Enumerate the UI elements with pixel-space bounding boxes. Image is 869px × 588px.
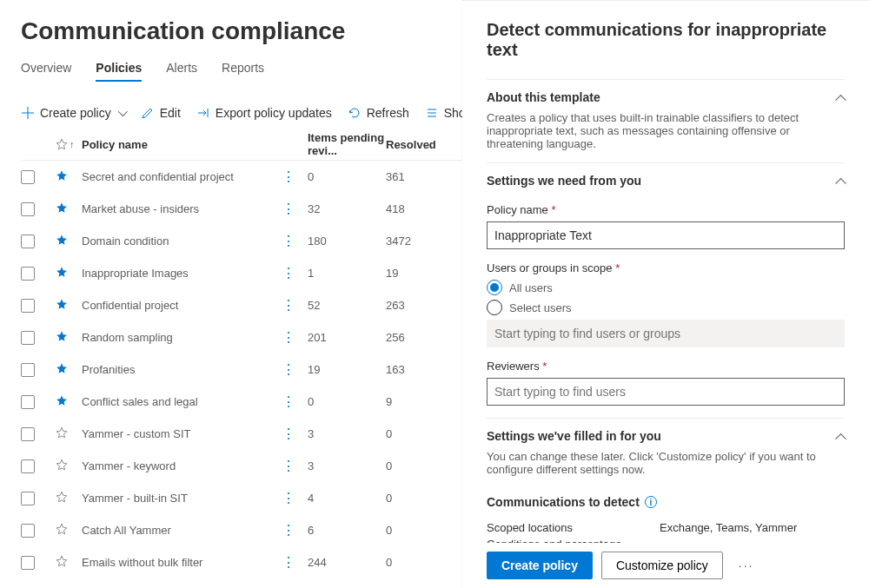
row-menu-button[interactable]: ⋮ — [282, 427, 308, 441]
row-policy-name: Market abuse - insiders — [82, 202, 282, 215]
tab-alerts[interactable]: Alerts — [166, 61, 197, 82]
row-resolved: 263 — [386, 299, 438, 312]
row-menu-button[interactable]: ⋮ — [282, 170, 308, 184]
star-icon[interactable] — [56, 362, 68, 374]
row-checkbox[interactable] — [21, 235, 35, 248]
row-menu-button[interactable]: ⋮ — [282, 235, 308, 248]
row-resolved: 0 — [386, 427, 438, 440]
refresh-button[interactable]: Refresh — [348, 106, 409, 120]
section-settings-filled-heading: Settings we've filled in for you — [487, 429, 661, 443]
header-policy-name[interactable]: Policy name — [82, 138, 282, 151]
row-menu-button[interactable]: ⋮ — [282, 492, 308, 505]
row-checkbox[interactable] — [21, 331, 35, 345]
section-about-toggle[interactable]: About this template — [487, 80, 845, 111]
create-policy-button[interactable]: Create policy — [487, 552, 593, 579]
row-policy-name: Yammer - custom SIT — [82, 427, 282, 440]
star-icon[interactable] — [56, 491, 68, 503]
row-items-pending: 32 — [308, 202, 386, 215]
row-policy-name: Yammer - built-in SIT — [82, 492, 282, 505]
row-checkbox[interactable] — [21, 459, 35, 473]
row-resolved: 418 — [386, 202, 438, 215]
star-icon[interactable] — [56, 298, 68, 310]
row-menu-button[interactable]: ⋮ — [282, 524, 308, 538]
row-checkbox[interactable] — [21, 395, 35, 409]
row-menu-button[interactable]: ⋮ — [282, 202, 308, 216]
scope-select-users-radio[interactable]: Select users — [487, 300, 845, 315]
star-icon[interactable] — [56, 394, 68, 406]
star-icon[interactable] — [56, 330, 68, 342]
chevron-up-icon — [835, 433, 846, 444]
row-checkbox[interactable] — [21, 202, 35, 216]
row-resolved: 0 — [386, 556, 438, 569]
tab-reports[interactable]: Reports — [222, 61, 264, 82]
customize-policy-button[interactable]: Customize policy — [601, 552, 723, 579]
row-checkbox[interactable] — [21, 170, 35, 184]
row-items-pending: 201 — [308, 331, 386, 344]
row-menu-button[interactable]: ⋮ — [282, 395, 308, 409]
row-resolved: 0 — [386, 492, 438, 505]
section-about-heading: About this template — [487, 90, 600, 104]
star-icon[interactable] — [56, 234, 68, 246]
row-checkbox[interactable] — [21, 299, 35, 313]
create-policy-button[interactable]: Create policy — [21, 106, 125, 120]
panel-footer: Create policy Customize policy ··· — [487, 543, 845, 579]
chevron-up-icon — [835, 94, 846, 105]
reviewers-input[interactable] — [487, 378, 845, 406]
star-icon[interactable] — [56, 555, 68, 567]
row-menu-button[interactable]: ⋮ — [282, 299, 308, 313]
star-icon[interactable] — [56, 266, 68, 278]
row-menu-button[interactable]: ⋮ — [282, 556, 308, 570]
header-resolved[interactable]: Resolved — [386, 138, 438, 151]
row-checkbox[interactable] — [21, 492, 35, 505]
row-checkbox[interactable] — [21, 363, 35, 377]
header-items-pending[interactable]: Items pending revi... — [308, 131, 386, 157]
scope-all-users-radio[interactable]: All users — [487, 280, 845, 295]
reviewers-label: Reviewers * — [487, 360, 845, 373]
row-items-pending: 0 — [308, 395, 386, 408]
row-resolved: 9 — [386, 395, 438, 408]
row-policy-name: Domain condition — [82, 235, 282, 248]
row-checkbox[interactable] — [21, 267, 35, 281]
edit-button[interactable]: Edit — [141, 106, 181, 120]
row-items-pending: 244 — [308, 556, 386, 569]
section-settings-needed-toggle[interactable]: Settings we need from you — [487, 163, 845, 195]
row-resolved: 19 — [386, 267, 438, 280]
scoped-locations-label: Scoped locations — [487, 521, 573, 534]
row-menu-button[interactable]: ⋮ — [282, 331, 308, 345]
chevron-up-icon — [835, 177, 846, 188]
panel-title: Detect communications for inappropriate … — [487, 20, 845, 60]
policy-name-input[interactable] — [487, 221, 845, 249]
row-checkbox[interactable] — [21, 556, 35, 570]
row-resolved: 361 — [386, 170, 438, 183]
star-icon[interactable] — [56, 426, 68, 439]
star-column-icon[interactable] — [56, 138, 68, 150]
row-checkbox[interactable] — [21, 524, 35, 538]
more-options-button[interactable]: ··· — [732, 558, 761, 572]
tab-overview[interactable]: Overview — [21, 61, 71, 82]
sort-ascending-icon[interactable]: ↑ — [70, 139, 75, 149]
star-icon[interactable] — [56, 169, 68, 182]
row-resolved: 163 — [386, 363, 438, 376]
communications-to-detect-label: Communications to detect i — [487, 495, 657, 509]
row-checkbox[interactable] — [21, 427, 35, 441]
star-icon[interactable] — [56, 459, 68, 471]
info-icon[interactable]: i — [645, 496, 657, 508]
star-icon[interactable] — [56, 202, 68, 214]
row-items-pending: 3 — [308, 427, 386, 440]
row-policy-name: Emails without bulk filter — [82, 556, 282, 569]
refresh-icon — [348, 106, 362, 120]
star-icon[interactable] — [56, 523, 68, 535]
export-button[interactable]: Export policy updates — [196, 106, 332, 120]
row-menu-button[interactable]: ⋮ — [282, 363, 308, 377]
row-menu-button[interactable]: ⋮ — [282, 267, 308, 281]
row-items-pending: 6 — [308, 524, 386, 537]
section-settings-needed-heading: Settings we need from you — [487, 174, 641, 188]
section-about-body: Creates a policy that uses built-in trai… — [487, 111, 845, 162]
settings-filled-body: You can change these later. Click 'Custo… — [487, 450, 845, 488]
row-menu-button[interactable]: ⋮ — [282, 459, 308, 473]
plus-icon — [21, 106, 35, 120]
scope-users-input — [487, 320, 845, 347]
section-settings-filled-toggle[interactable]: Settings we've filled in for you — [487, 419, 845, 450]
export-icon — [196, 106, 210, 120]
tab-policies[interactable]: Policies — [96, 61, 142, 82]
